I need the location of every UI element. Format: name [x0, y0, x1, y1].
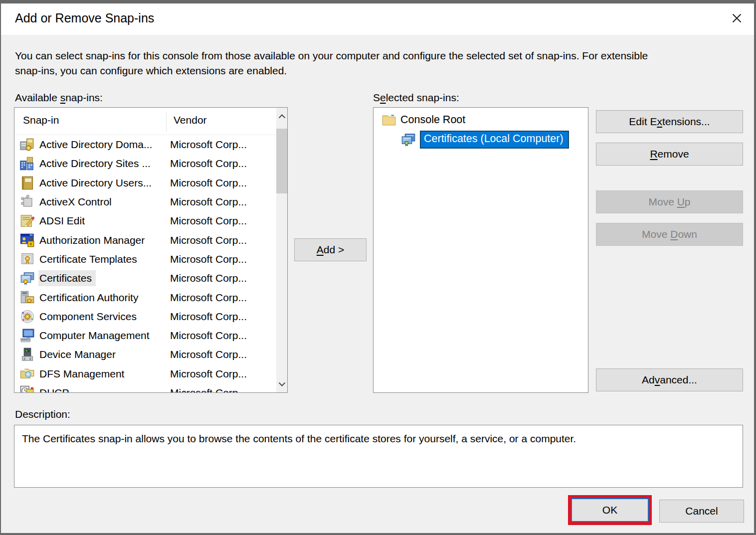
- folder-icon: [381, 112, 396, 127]
- tree-item-console-root[interactable]: Console Root: [381, 112, 465, 127]
- snapin-name: Device Manager: [38, 347, 120, 362]
- available-snapins-label: Available snap-ins:: [15, 92, 103, 104]
- close-icon: [730, 11, 744, 27]
- certificates-icon: [20, 271, 35, 286]
- snapin-vendor: Microsoft Corp...: [170, 387, 247, 392]
- snapin-list-item[interactable]: Component Services Microsoft Corp...: [14, 307, 276, 326]
- dialog-title: Add or Remove Snap-ins: [15, 11, 154, 25]
- ad-sites-icon: [20, 156, 35, 171]
- snapin-vendor: Microsoft Corp...: [170, 292, 247, 304]
- ok-button[interactable]: OK: [571, 498, 649, 522]
- dialog-instructions: You can select snap-ins for this console…: [15, 48, 663, 78]
- dialog-add-remove-snapins: Add or Remove Snap-ins You can select sn…: [0, 0, 756, 535]
- certification-authority-icon: [20, 290, 35, 305]
- snapin-name: ActiveX Control: [38, 194, 116, 210]
- snapin-vendor: Microsoft Corp...: [170, 349, 247, 360]
- snapin-vendor: Microsoft Corp...: [170, 253, 247, 265]
- authorization-manager-icon: [20, 233, 35, 248]
- snapin-list-item[interactable]: DFS Management Microsoft Corp...: [14, 364, 276, 383]
- chevron-down-icon: [278, 379, 286, 388]
- dfs-management-icon: [20, 366, 35, 381]
- snapin-vendor: Microsoft Corp...: [170, 158, 247, 170]
- edit-extensions-button[interactable]: Edit Extensions...: [596, 110, 743, 133]
- advanced-button[interactable]: Advanced...: [596, 368, 743, 391]
- close-button[interactable]: [724, 6, 749, 31]
- column-header-snapin[interactable]: Snap-in: [23, 114, 59, 126]
- remove-button[interactable]: Remove: [596, 143, 743, 166]
- snapin-vendor: Microsoft Corp...: [170, 311, 247, 323]
- snapin-list-item[interactable]: Certificate Templates Microsoft Corp...: [14, 250, 276, 269]
- certificates-icon: [401, 132, 416, 147]
- snapin-name: Active Directory Sites ...: [38, 156, 155, 172]
- add-button[interactable]: Add >: [294, 238, 367, 261]
- snapin-name: Active Directory Users...: [38, 175, 156, 191]
- certificate-templates-icon: [20, 252, 35, 267]
- snapin-name: Authorization Manager: [38, 232, 149, 248]
- move-down-button[interactable]: Move Down: [596, 223, 743, 246]
- snapin-name: Certification Authority: [38, 290, 142, 306]
- dhcp-icon: [20, 385, 35, 392]
- ad-users-icon: [20, 176, 35, 190]
- adsi-edit-icon: [20, 213, 35, 228]
- selected-snapins-panel: Console Root Certificates (Local Compute…: [373, 107, 588, 393]
- snapin-list-item[interactable]: Active Directory Users... Microsoft Corp…: [14, 174, 276, 192]
- snapin-vendor: Microsoft Corp...: [170, 177, 247, 189]
- vertical-scrollbar[interactable]: [276, 108, 287, 392]
- selected-tree-item-label: Certificates (Local Computer): [420, 131, 569, 149]
- move-up-button[interactable]: Move Up: [596, 190, 743, 213]
- scrollbar-down-button[interactable]: [276, 376, 287, 391]
- snapin-name: Component Services: [38, 309, 141, 325]
- snapin-list-item[interactable]: ActiveX Control Microsoft Corp...: [14, 192, 276, 211]
- snapin-vendor: Microsoft Corp...: [170, 272, 247, 284]
- snapin-list-item[interactable]: ADSI Edit Microsoft Corp...: [14, 211, 276, 230]
- snapin-name: Active Directory Doma...: [38, 137, 156, 153]
- scrollbar-thumb[interactable]: [276, 129, 287, 193]
- description-box: The Certificates snap-in allows you to b…: [14, 425, 743, 488]
- computer-management-icon: [20, 328, 35, 343]
- column-divider: [166, 112, 167, 132]
- snapin-list-item[interactable]: Active Directory Sites ... Microsoft Cor…: [14, 154, 276, 173]
- snapin-name: Certificates: [38, 270, 96, 286]
- snapin-list-item[interactable]: Certificates Microsoft Corp...: [14, 269, 276, 288]
- component-services-icon: [20, 309, 35, 324]
- snapin-vendor: Microsoft Corp...: [170, 196, 247, 208]
- snapin-name: Computer Management: [38, 328, 154, 344]
- snapin-list-item[interactable]: DHCP Microsoft Corp...: [14, 383, 276, 392]
- chevron-up-icon: [278, 112, 286, 121]
- list-header: Snap-in Vendor: [14, 108, 276, 135]
- title-bar: Add or Remove Snap-ins: [1, 3, 754, 35]
- snapin-name: DFS Management: [38, 366, 128, 382]
- snapin-vendor: Microsoft Corp...: [170, 330, 247, 342]
- snapin-list-item[interactable]: Authorization Manager Microsoft Corp...: [14, 230, 276, 249]
- selected-snapins-label: Selected snap-ins:: [373, 92, 459, 104]
- cancel-button[interactable]: Cancel: [659, 500, 744, 523]
- description-label: Description:: [15, 408, 70, 420]
- snapin-name: DHCP: [38, 385, 73, 392]
- device-manager-icon: [20, 347, 35, 362]
- snapin-vendor: Microsoft Corp...: [170, 215, 247, 227]
- snapin-list-item[interactable]: Device Manager Microsoft Corp...: [14, 345, 276, 364]
- snapin-list-item[interactable]: Certification Authority Microsoft Corp..…: [14, 288, 276, 307]
- ad-domains-icon: [20, 137, 35, 152]
- scrollbar-up-button[interactable]: [276, 109, 287, 124]
- available-snapins-list: Snap-in Vendor Active Directory Doma... …: [14, 107, 288, 393]
- column-header-vendor[interactable]: Vendor: [174, 114, 207, 126]
- snapin-name: Certificate Templates: [38, 251, 141, 267]
- snapin-vendor: Microsoft Corp...: [170, 139, 247, 151]
- tree-item-certificates[interactable]: Certificates (Local Computer): [401, 131, 569, 149]
- snapin-name: ADSI Edit: [38, 213, 89, 229]
- snapin-list-item[interactable]: Active Directory Doma... Microsoft Corp.…: [14, 135, 276, 154]
- snapin-vendor: Microsoft Corp...: [170, 368, 247, 380]
- ok-highlight-annotation: OK: [568, 495, 652, 525]
- activex-icon: [20, 194, 35, 209]
- tree-item-label: Console Root: [400, 114, 465, 126]
- snapin-vendor: Microsoft Corp...: [170, 234, 247, 246]
- snapin-list-item[interactable]: Computer Management Microsoft Corp...: [14, 326, 276, 345]
